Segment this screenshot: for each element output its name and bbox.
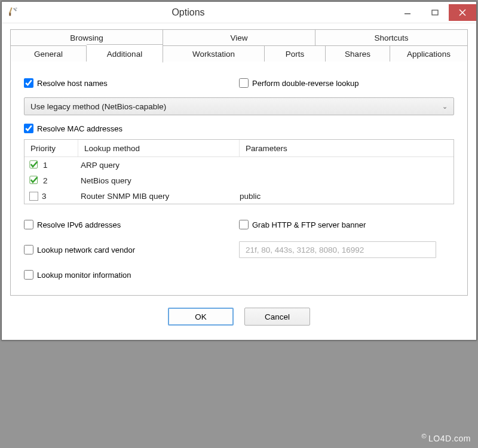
double-reverse-input[interactable] (239, 78, 249, 88)
cancel-button[interactable]: Cancel (244, 308, 310, 326)
dialog-buttons: OK Cancel (10, 308, 468, 326)
watermark-text: LO4D.com (428, 434, 471, 443)
table-header: Priority Lookup method Parameters (24, 140, 454, 157)
lookup-vendor-checkbox[interactable]: Lookup network card vendor (24, 245, 135, 254)
tab-row-lower: General Additional Workstation Ports Sha… (10, 45, 468, 62)
table-row[interactable]: 2 NetBios query (24, 173, 454, 188)
resolve-mac-checkbox[interactable]: Resolve MAC addresses (24, 124, 454, 133)
double-reverse-label: Perform double-reverse lookup (252, 79, 358, 88)
table-row[interactable]: 1 ARP query (24, 157, 454, 173)
lookup-monitor-checkbox[interactable]: Lookup monitor information (24, 270, 131, 280)
table-row[interactable]: 3 Router SNMP MIB query public (24, 188, 454, 204)
table-body: 1 ARP query 2 NetBios query (24, 157, 454, 204)
tab-view[interactable]: View (163, 29, 315, 45)
row-num: 1 (43, 161, 48, 170)
resolve-ipv6-checkbox[interactable]: Resolve IPv6 addresses (24, 220, 121, 229)
resolve-mac-label: Resolve MAC addresses (37, 124, 122, 133)
lookup-vendor-input[interactable] (24, 245, 33, 254)
banner-ports-value: 21f, 80, 443s, 3128, 8080, 16992 (246, 246, 364, 254)
row-params: public (240, 192, 449, 201)
tab-general[interactable]: General (10, 45, 87, 62)
ok-button[interactable]: OK (168, 308, 234, 326)
col-params[interactable]: Parameters (240, 140, 454, 157)
options-window: Options Browsing View Shortcuts General … (1, 1, 477, 340)
copyright-icon: © (421, 432, 427, 440)
window-buttons (394, 4, 476, 21)
tab-row-upper: Browsing View Shortcuts (10, 29, 468, 45)
lookup-monitor-input[interactable] (24, 270, 33, 280)
tab-workstation[interactable]: Workstation (163, 45, 265, 62)
row-num: 2 (43, 176, 48, 185)
tab-shortcuts[interactable]: Shortcuts (315, 29, 468, 45)
row-method: Router SNMP MIB query (78, 192, 240, 201)
col-priority[interactable]: Priority (24, 140, 78, 157)
minimize-button[interactable] (394, 4, 421, 21)
chevron-down-icon: ⌄ (442, 103, 448, 111)
titlebar: Options (2, 2, 476, 23)
double-reverse-checkbox[interactable]: Perform double-reverse lookup (239, 78, 358, 88)
row-method: NetBios query (78, 176, 240, 185)
row-num: 3 (42, 192, 47, 201)
grab-banner-checkbox[interactable]: Grab HTTP & FTP server banner (239, 220, 366, 229)
tab-applications[interactable]: Applications (390, 45, 468, 62)
hostname-method-select[interactable]: Use legacy method (NetBios-capable) ⌄ (24, 97, 454, 115)
check-icon (29, 176, 39, 186)
tab-panel-additional: Resolve host names Perform double-revers… (10, 62, 468, 296)
resolve-host-checkbox[interactable]: Resolve host names (24, 78, 108, 88)
lookup-vendor-label: Lookup network card vendor (37, 246, 135, 254)
resolve-ipv6-input[interactable] (24, 220, 33, 229)
close-button[interactable] (449, 4, 476, 21)
resolve-host-label: Resolve host names (37, 79, 108, 88)
col-method[interactable]: Lookup method (78, 140, 240, 157)
resolve-ipv6-label: Resolve IPv6 addresses (37, 220, 121, 229)
maximize-button[interactable] (421, 4, 449, 21)
tab-browsing[interactable]: Browsing (10, 29, 163, 45)
watermark: © LO4D.com (421, 434, 471, 443)
lookup-monitor-label: Lookup monitor information (37, 271, 131, 280)
tab-shares[interactable]: Shares (326, 45, 390, 62)
unchecked-icon (29, 192, 38, 201)
grab-banner-input[interactable] (239, 220, 249, 229)
resolve-mac-input[interactable] (24, 124, 33, 133)
select-value: Use legacy method (NetBios-capable) (30, 102, 166, 111)
grab-banner-label: Grab HTTP & FTP server banner (252, 220, 366, 229)
window-title: Options (0, 7, 394, 18)
dialog-body: Browsing View Shortcuts General Addition… (2, 23, 476, 340)
mac-lookup-table: Priority Lookup method Parameters 1 ARP … (24, 139, 454, 204)
resolve-host-input[interactable] (24, 78, 33, 88)
svg-rect-4 (432, 10, 438, 15)
banner-ports-input[interactable]: 21f, 80, 443s, 3128, 8080, 16992 (239, 241, 436, 258)
row-method: ARP query (78, 161, 240, 170)
tab-additional[interactable]: Additional (87, 44, 163, 63)
tab-ports[interactable]: Ports (265, 45, 326, 62)
check-icon (29, 160, 39, 170)
